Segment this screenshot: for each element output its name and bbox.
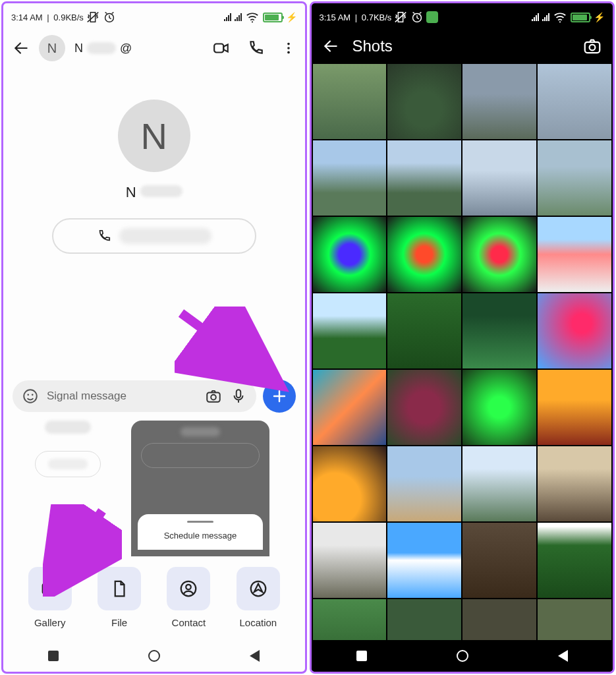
file-button[interactable]: File bbox=[98, 567, 141, 628]
svg-point-6 bbox=[287, 51, 290, 54]
battery-icon bbox=[571, 13, 590, 22]
photo-thumb[interactable] bbox=[462, 370, 536, 445]
svg-point-17 bbox=[186, 585, 192, 590]
svg-point-5 bbox=[287, 47, 290, 49]
mic-icon[interactable] bbox=[230, 388, 247, 405]
status-time: 3:14 AM bbox=[11, 13, 43, 22]
photo-thumb[interactable] bbox=[387, 523, 461, 598]
battery-icon bbox=[263, 13, 283, 22]
status-time: 3:15 AM bbox=[320, 13, 351, 22]
svg-point-7 bbox=[24, 390, 37, 403]
photo-thumb[interactable] bbox=[462, 140, 536, 216]
photo-thumb[interactable] bbox=[462, 599, 536, 640]
photo-thumb[interactable] bbox=[462, 217, 536, 292]
photo-thumb[interactable] bbox=[387, 293, 461, 368]
photo-thumb[interactable] bbox=[313, 370, 387, 445]
attach-button[interactable] bbox=[263, 380, 296, 413]
photo-thumb[interactable] bbox=[462, 523, 536, 598]
photo-thumb[interactable] bbox=[313, 599, 387, 640]
svg-line-0 bbox=[88, 13, 99, 22]
more-icon[interactable] bbox=[281, 41, 296, 55]
gallery-icon bbox=[40, 579, 60, 599]
svg-point-11 bbox=[211, 395, 216, 400]
signal-icon bbox=[224, 13, 231, 21]
svg-rect-12 bbox=[236, 390, 240, 397]
location-button[interactable]: Location bbox=[237, 567, 280, 628]
contact-button[interactable]: Contact bbox=[167, 567, 210, 628]
nav-back-icon[interactable] bbox=[250, 650, 260, 662]
photo-thumb[interactable] bbox=[462, 446, 536, 521]
wifi-icon bbox=[553, 10, 567, 24]
alarm-icon bbox=[102, 10, 117, 24]
back-icon[interactable] bbox=[322, 38, 339, 55]
photo-thumb[interactable] bbox=[538, 446, 611, 521]
camera-icon[interactable] bbox=[582, 36, 602, 56]
svg-point-2 bbox=[251, 21, 252, 22]
photo-thumb[interactable] bbox=[387, 140, 461, 216]
chat-header: N N @ bbox=[3, 28, 305, 68]
phone-number-pill[interactable] bbox=[52, 218, 256, 254]
nav-recent-icon[interactable] bbox=[48, 651, 59, 661]
contact-avatar[interactable]: N bbox=[39, 35, 65, 61]
photo-thumb[interactable] bbox=[387, 599, 461, 640]
attachment-panel: Schedule message Gallery File bbox=[3, 421, 305, 640]
message-input-row: Signal message bbox=[3, 380, 305, 413]
app-icon bbox=[426, 11, 438, 23]
photo-thumb[interactable] bbox=[313, 446, 387, 521]
photo-thumb[interactable] bbox=[387, 64, 461, 139]
photo-thumb[interactable] bbox=[462, 64, 536, 139]
svg-rect-3 bbox=[214, 44, 223, 53]
photo-thumb[interactable] bbox=[538, 293, 611, 368]
photo-thumb[interactable] bbox=[462, 293, 536, 368]
preview-blank bbox=[15, 421, 121, 477]
nav-home-icon[interactable] bbox=[148, 650, 160, 662]
back-icon[interactable] bbox=[13, 40, 30, 57]
svg-rect-10 bbox=[207, 393, 220, 402]
nav-recent-icon[interactable] bbox=[356, 651, 367, 661]
photo-thumb[interactable] bbox=[538, 370, 611, 445]
vibrate-icon bbox=[86, 10, 100, 24]
alarm-icon bbox=[410, 10, 424, 24]
signal-icon bbox=[235, 13, 242, 21]
photo-thumb[interactable] bbox=[313, 140, 387, 216]
photo-thumb[interactable] bbox=[538, 217, 611, 292]
nav-back-icon[interactable] bbox=[558, 650, 568, 662]
gallery-shots-screen: 3:15 AM | 0.7KB/s ⚡ Shots bbox=[310, 1, 615, 674]
photo-thumb[interactable] bbox=[313, 64, 387, 139]
signal-chat-screen: 3:14 AM | 0.9KB/s ⚡ N N @ N bbox=[1, 1, 307, 674]
photo-thumb[interactable] bbox=[538, 64, 611, 139]
photo-thumb[interactable] bbox=[313, 293, 387, 368]
photo-thumb[interactable] bbox=[387, 217, 461, 292]
signal-icon bbox=[542, 13, 549, 21]
photo-thumb[interactable] bbox=[538, 599, 611, 640]
photo-thumb[interactable] bbox=[387, 446, 461, 521]
svg-point-25 bbox=[590, 45, 596, 51]
status-bar: 3:14 AM | 0.9KB/s ⚡ bbox=[3, 3, 305, 28]
nav-home-icon[interactable] bbox=[457, 650, 468, 662]
status-speed: 0.7KB/s bbox=[362, 13, 392, 22]
svg-point-8 bbox=[27, 394, 29, 396]
input-placeholder: Signal message bbox=[47, 390, 197, 403]
photo-thumb[interactable] bbox=[538, 523, 611, 598]
camera-icon[interactable] bbox=[205, 388, 222, 405]
voice-call-icon[interactable] bbox=[247, 40, 264, 57]
photo-thumb[interactable] bbox=[313, 217, 387, 292]
message-input[interactable]: Signal message bbox=[13, 380, 256, 412]
location-icon bbox=[248, 579, 268, 599]
svg-line-21 bbox=[395, 13, 406, 22]
android-nav-bar bbox=[312, 640, 613, 672]
schedule-message-card[interactable]: Schedule message bbox=[131, 421, 269, 556]
photo-thumb[interactable] bbox=[313, 523, 387, 598]
video-call-icon[interactable] bbox=[213, 40, 230, 57]
contact-name[interactable]: N @ bbox=[74, 42, 204, 55]
profile-avatar: N bbox=[118, 100, 190, 172]
wifi-icon bbox=[245, 10, 260, 24]
photo-thumb[interactable] bbox=[387, 370, 461, 445]
svg-point-9 bbox=[32, 394, 34, 396]
signal-icon bbox=[532, 13, 539, 21]
gallery-button[interactable]: Gallery bbox=[28, 567, 72, 628]
photo-thumb[interactable] bbox=[538, 140, 611, 216]
svg-point-4 bbox=[287, 43, 290, 45]
emoji-icon[interactable] bbox=[22, 388, 39, 405]
contact-icon bbox=[179, 579, 198, 599]
